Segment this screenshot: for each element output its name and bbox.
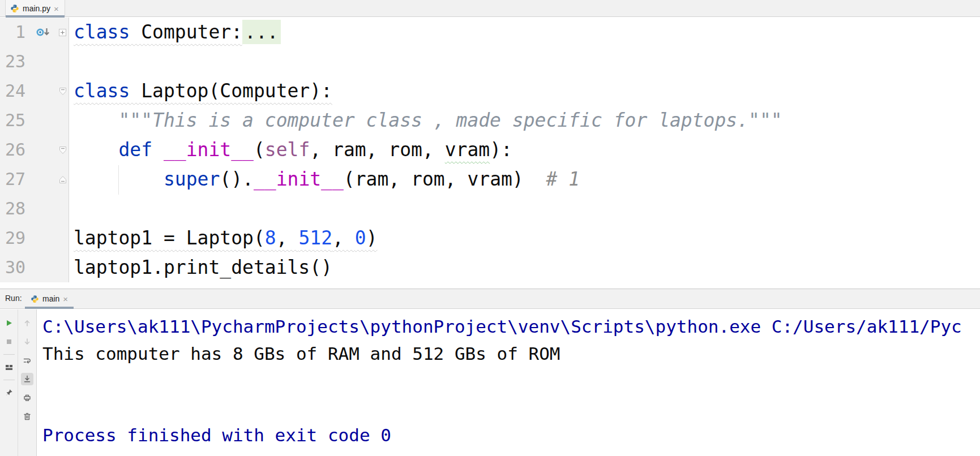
code-line[interactable]: 25 """This is a computer class , made sp… [0, 106, 980, 135]
gutter-icon-slot [30, 135, 57, 165]
print-icon[interactable] [21, 392, 33, 404]
line-number: 29 [0, 223, 30, 253]
run-tab-label: main [42, 294, 59, 303]
fold-marker-slot [57, 135, 69, 165]
toolbar-separator [3, 380, 15, 380]
console-line: This computer has 8 GBs of RAM and 512 G… [42, 340, 980, 367]
code-line[interactable]: 26 def __init__(self, ram, rom, vram): [0, 135, 980, 165]
fold-marker-slot [57, 76, 69, 106]
up-stack-trace-icon[interactable] [21, 317, 33, 329]
close-icon[interactable]: × [54, 5, 59, 13]
stop-icon[interactable] [3, 335, 15, 348]
console-line: Process finished with exit code 0 [42, 421, 980, 449]
console-line [42, 367, 980, 394]
line-number: 30 [0, 253, 30, 282]
fold-marker-slot [57, 223, 69, 253]
code-text: def __init__(self, ram, rom, vram): [69, 135, 512, 165]
gutter-icon-slot [30, 194, 57, 223]
clear-console-icon[interactable] [21, 410, 33, 423]
run-label: Run: [5, 294, 22, 303]
fold-open-end-icon[interactable] [58, 175, 67, 184]
code-lines: 1class Computer:...2324class Laptop(Comp… [0, 18, 980, 282]
gutter-icon-slot [30, 165, 57, 194]
code-line[interactable]: 30laptop1.print_details() [0, 253, 980, 282]
line-number: 25 [0, 106, 30, 135]
toolbar-separator [3, 354, 15, 355]
run-tab-main[interactable]: main × [25, 289, 74, 308]
fold-marker-slot [57, 194, 69, 223]
console-output[interactable]: C:\Users\ak111\PycharmProjects\pythonPro… [37, 309, 980, 456]
class-inheritors-icon[interactable] [36, 27, 52, 38]
pin-icon[interactable] [3, 386, 15, 399]
line-number: 27 [0, 165, 30, 194]
fold-marker-slot [57, 18, 69, 47]
code-line[interactable]: 1class Computer:... [0, 18, 980, 47]
fold-marker-slot [57, 106, 69, 135]
editor-tab-bar: main.py × [0, 0, 980, 17]
gutter-icon-slot [30, 18, 57, 47]
scroll-to-end-icon[interactable] [21, 373, 33, 385]
code-line[interactable]: 29laptop1 = Laptop(8, 512, 0) [0, 223, 980, 253]
fold-open-start-icon[interactable] [58, 145, 67, 155]
fold-collapsed-icon[interactable] [58, 28, 67, 37]
code-line[interactable]: 23 [0, 47, 980, 76]
run-toolbar-left [0, 309, 18, 456]
line-number: 28 [0, 194, 30, 223]
console-line: C:\Users\ak111\PycharmProjects\pythonPro… [42, 313, 980, 340]
close-icon[interactable]: × [63, 295, 68, 303]
tab-main-py[interactable]: main.py × [5, 0, 65, 17]
run-tool-window-header: Run: main × [0, 289, 980, 309]
gutter-icon-slot [30, 76, 57, 106]
selected-tab-underline [25, 307, 74, 309]
gutter-icon-slot [30, 47, 57, 76]
restore-layout-icon[interactable] [3, 361, 15, 373]
console-line [42, 394, 980, 421]
indent-guide [118, 165, 119, 195]
tab-label: main.py [23, 4, 50, 13]
gutter-icon-slot [30, 223, 57, 253]
rerun-icon[interactable] [3, 317, 15, 329]
gutter-icon-slot [30, 253, 57, 282]
code-line[interactable]: 28 [0, 194, 980, 223]
gutter-icon-slot [30, 106, 57, 135]
code-editor[interactable]: 1class Computer:...2324class Laptop(Comp… [0, 18, 980, 289]
fold-open-start-icon[interactable] [58, 87, 67, 96]
fold-marker-slot [57, 253, 69, 282]
soft-wrap-icon[interactable] [21, 354, 33, 367]
line-number: 23 [0, 47, 30, 76]
line-number: 24 [0, 76, 30, 106]
down-stack-trace-icon[interactable] [21, 335, 33, 348]
code-text: laptop1 = Laptop(8, 512, 0) [69, 223, 378, 253]
code-line[interactable]: 27 super().__init__(ram, rom, vram) # 1 [0, 165, 980, 194]
code-text: class Computer:... [69, 18, 281, 47]
python-icon [31, 295, 39, 303]
line-number: 26 [0, 135, 30, 165]
code-text: class Laptop(Computer): [69, 76, 332, 106]
line-number: 1 [0, 18, 30, 47]
fold-marker-slot [57, 165, 69, 194]
fold-marker-slot [57, 47, 69, 76]
run-toolbar-right [18, 309, 37, 456]
code-text: """This is a computer class , made speci… [69, 106, 782, 135]
code-text: super().__init__(ram, rom, vram) # 1 [69, 165, 580, 194]
code-text: laptop1.print_details() [69, 253, 332, 282]
code-line[interactable]: 24class Laptop(Computer): [0, 76, 980, 106]
run-console-area: C:\Users\ak111\PycharmProjects\pythonPro… [0, 309, 980, 456]
python-icon [10, 4, 19, 13]
